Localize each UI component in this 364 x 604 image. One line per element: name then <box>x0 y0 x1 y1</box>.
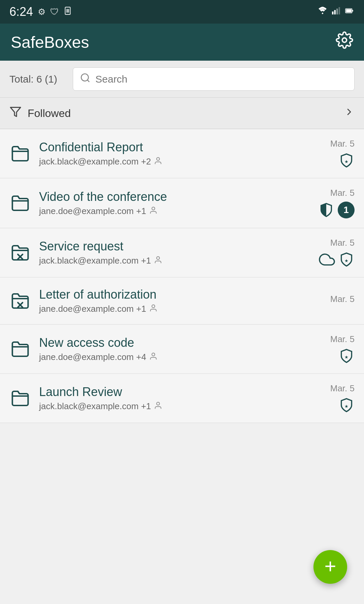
item-subtitle: jane.doe@example.com +1 <box>39 304 330 314</box>
svg-point-25 <box>152 353 155 356</box>
person-icon <box>154 401 162 412</box>
list-item[interactable]: Video of the conference jane.doe@example… <box>0 178 364 228</box>
item-title: New access code <box>39 336 330 350</box>
svg-rect-1 <box>66 9 69 12</box>
item-content: Launch Review jack.black@example.com +1 <box>39 385 330 412</box>
item-subtitle: jane.doe@example.com +4 <box>39 352 330 363</box>
svg-point-17 <box>152 207 155 210</box>
svg-point-11 <box>81 74 88 81</box>
svg-rect-4 <box>334 10 336 14</box>
item-title: Launch Review <box>39 385 330 399</box>
svg-point-20 <box>157 256 160 260</box>
status-time: 6:24 <box>9 5 33 19</box>
list-item[interactable]: New access code jane.doe@example.com +4 … <box>0 325 364 374</box>
svg-rect-9 <box>352 10 353 11</box>
items-list: Confidential Report jack.black@example.c… <box>0 129 364 423</box>
battery-icon <box>344 6 355 18</box>
item-title: Service request <box>39 239 319 253</box>
list-item[interactable]: Confidential Report jack.black@example.c… <box>0 129 364 178</box>
folder-icon <box>9 338 31 360</box>
shield-badge-icon: ★ <box>338 348 355 364</box>
app-bar: SafeBoxes <box>0 24 364 61</box>
search-box[interactable] <box>73 67 355 91</box>
total-label: Total: 6 (1) <box>9 73 63 85</box>
chevron-right-icon <box>344 107 355 120</box>
half-shield-badge-icon <box>318 202 334 218</box>
item-meta: Mar. 5 <box>330 294 355 308</box>
svg-point-10 <box>342 38 347 42</box>
shield-badge-icon: ★ <box>338 251 355 268</box>
svg-marker-13 <box>10 108 21 117</box>
person-icon <box>154 255 162 266</box>
plus-icon: + <box>324 556 336 576</box>
add-button[interactable]: + <box>313 550 347 584</box>
search-area: Total: 6 (1) <box>0 61 364 98</box>
item-badges: ★ <box>338 152 355 169</box>
person-icon <box>149 304 158 314</box>
item-subtitle: jane.doe@example.com +1 <box>39 206 318 217</box>
item-date: Mar. 5 <box>330 294 355 304</box>
item-date: Mar. 5 <box>330 383 355 394</box>
gear-status-icon: ⚙ <box>38 7 46 17</box>
svg-point-27 <box>157 402 160 405</box>
item-meta: Mar. 5 ★ <box>330 383 355 413</box>
item-title: Video of the conference <box>39 190 318 204</box>
item-title: Confidential Report <box>39 140 330 154</box>
item-badges: 1 <box>318 202 355 218</box>
item-content: Letter of authorization jane.doe@example… <box>39 288 330 314</box>
svg-text:★: ★ <box>344 404 348 409</box>
item-date: Mar. 5 <box>330 238 355 248</box>
item-meta: Mar. 5 ★ <box>330 334 355 364</box>
item-meta: Mar. 5 1 <box>318 188 355 218</box>
item-badges: ★ <box>338 348 355 364</box>
wifi-icon <box>317 6 328 18</box>
folder-icon <box>9 192 31 214</box>
item-date: Mar. 5 <box>330 334 355 344</box>
person-icon <box>149 206 158 217</box>
item-content: Video of the conference jane.doe@example… <box>39 190 318 217</box>
shield-badge-icon: ★ <box>338 397 355 413</box>
search-input[interactable] <box>95 73 347 85</box>
list-item[interactable]: Letter of authorization jane.doe@example… <box>0 277 364 325</box>
svg-text:★: ★ <box>344 258 348 263</box>
shield-status-icon: 🛡 <box>50 7 59 17</box>
list-item[interactable]: Launch Review jack.black@example.com +1 … <box>0 374 364 423</box>
item-badges: ★ <box>319 251 355 268</box>
item-content: Confidential Report jack.black@example.c… <box>39 140 330 167</box>
folder-icon <box>9 143 31 164</box>
svg-line-12 <box>87 80 89 82</box>
sim-status-icon <box>64 6 72 18</box>
status-bar-right <box>317 6 355 18</box>
item-meta: Mar. 5 ★ <box>319 238 355 268</box>
item-subtitle: jack.black@example.com +1 <box>39 255 319 266</box>
svg-rect-8 <box>346 9 352 12</box>
cloud-badge-icon <box>319 251 335 268</box>
app-title: SafeBoxes <box>11 33 89 52</box>
notification-badge: 1 <box>338 202 355 218</box>
signal-icon <box>332 6 340 18</box>
status-bar: 6:24 ⚙ 🛡 <box>0 0 364 24</box>
svg-text:★: ★ <box>344 355 348 360</box>
item-meta: Mar. 5 ★ <box>330 139 355 169</box>
status-bar-left: 6:24 ⚙ 🛡 <box>9 5 72 19</box>
svg-text:★: ★ <box>344 159 348 164</box>
item-subtitle: jack.black@example.com +2 <box>39 156 330 167</box>
svg-rect-5 <box>336 8 338 14</box>
item-date: Mar. 5 <box>330 139 355 149</box>
filter-bar[interactable]: Followed <box>0 98 364 129</box>
search-icon <box>80 72 91 86</box>
item-content: New access code jane.doe@example.com +4 <box>39 336 330 363</box>
person-icon <box>154 156 162 167</box>
folder-x-icon <box>9 290 31 312</box>
person-icon <box>149 352 158 363</box>
svg-rect-3 <box>332 11 333 14</box>
svg-rect-6 <box>339 7 340 14</box>
svg-point-24 <box>152 305 155 308</box>
item-title: Letter of authorization <box>39 288 330 302</box>
folder-x-icon <box>9 242 31 264</box>
item-content: Service request jack.black@example.com +… <box>39 239 319 266</box>
svg-point-2 <box>322 12 323 14</box>
settings-button[interactable] <box>336 31 353 53</box>
filter-icon <box>9 106 22 121</box>
list-item[interactable]: Service request jack.black@example.com +… <box>0 228 364 277</box>
